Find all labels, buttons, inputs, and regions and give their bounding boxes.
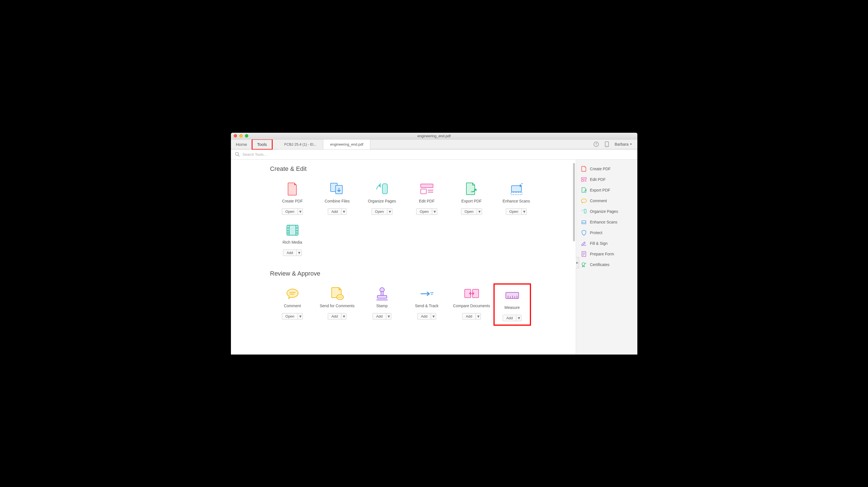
nav-home[interactable]: Home <box>231 140 252 149</box>
svg-rect-8 <box>382 184 388 194</box>
svg-rect-31 <box>381 292 383 296</box>
sidebar-item-create-pdf[interactable]: Create PDF <box>576 163 638 174</box>
tool-action-button[interactable]: Open ▾ <box>461 208 482 215</box>
section-title-review-approve: Review & Approve <box>270 270 576 277</box>
chevron-down-icon[interactable]: ▾ <box>341 209 346 214</box>
svg-rect-14 <box>511 192 522 195</box>
tool-action-button[interactable]: Open ▾ <box>371 208 393 215</box>
tool-compare-documents[interactable]: Compare Documents Add ▾ <box>449 284 494 325</box>
tool-create-pdf[interactable]: Create PDF Open ▾ <box>270 179 315 220</box>
tool-action-button[interactable]: Add ▾ <box>328 208 346 215</box>
search-bar <box>231 150 638 160</box>
sidebar-item-organize-pages[interactable]: Organize Pages <box>576 206 638 217</box>
tool-action-button[interactable]: Add ▾ <box>503 315 522 321</box>
chevron-down-icon[interactable]: ▾ <box>477 209 482 214</box>
scrollbar-thumb[interactable] <box>573 163 575 241</box>
tool-label: Export PDF <box>461 199 482 205</box>
tool-label: Send & Track <box>415 304 438 309</box>
chevron-down-icon[interactable]: ▾ <box>386 313 391 319</box>
chevron-down-icon[interactable]: ▾ <box>297 250 302 256</box>
action-label: Add <box>417 313 431 319</box>
chevron-down-icon[interactable]: ▾ <box>475 313 480 319</box>
sidebar-label: Comment <box>590 199 607 203</box>
comment-icon <box>286 286 299 302</box>
nav-tools[interactable]: Tools <box>252 140 272 149</box>
prepare-form-icon <box>581 251 587 257</box>
sidebar-label: Protect <box>590 231 602 235</box>
svg-rect-46 <box>581 178 586 179</box>
enhance-scans-icon <box>581 219 587 225</box>
window-title: engineering_end.pdf <box>231 134 638 138</box>
tool-organize-pages[interactable]: Organize Pages Open ▾ <box>360 179 404 220</box>
tool-action-button[interactable]: Open ▾ <box>282 208 303 215</box>
tool-label: Stamp <box>376 304 388 309</box>
tool-action-button[interactable]: Add ▾ <box>373 313 391 319</box>
action-label: Add <box>462 313 475 319</box>
tool-action-button[interactable]: Add ▾ <box>462 313 481 319</box>
user-menu[interactable]: Barbara ▼ <box>615 142 632 147</box>
chevron-down-icon[interactable]: ▾ <box>298 209 303 214</box>
action-label: Open <box>282 313 298 319</box>
tool-label: Edit PDF <box>419 199 434 205</box>
user-name: Barbara <box>615 142 629 147</box>
chevron-down-icon: ▼ <box>630 143 632 146</box>
sidebar-item-prepare-form[interactable]: Prepare Form <box>576 249 638 259</box>
chevron-down-icon[interactable]: ▾ <box>431 313 436 319</box>
tool-action-button[interactable]: Open ▾ <box>282 313 303 319</box>
tool-enhance-scans[interactable]: Enhance Scans Open ▾ <box>494 179 539 220</box>
tool-action-button[interactable]: Add ▾ <box>283 249 302 256</box>
sidebar-item-fill-sign[interactable]: Fill & Sign <box>576 238 638 249</box>
sidebar-item-edit-pdf[interactable]: Edit PDF <box>576 174 638 185</box>
send-for-comments-icon <box>330 286 345 302</box>
tool-action-button[interactable]: Add ▾ <box>328 313 346 319</box>
svg-rect-51 <box>582 221 586 223</box>
send-track-icon <box>420 286 434 302</box>
tool-label: Rich Media <box>282 240 302 246</box>
chevron-down-icon[interactable]: ▾ <box>432 209 437 214</box>
document-tab-1[interactable]: engineering_end.pdf <box>323 140 370 149</box>
tool-label: Combine Files <box>325 199 350 205</box>
tool-combine-files[interactable]: Combine Files Add ▾ <box>315 179 360 220</box>
chevron-down-icon[interactable]: ▾ <box>516 315 521 321</box>
svg-point-35 <box>431 292 432 293</box>
tool-stamp[interactable]: Stamp Add ▾ <box>360 284 404 325</box>
sidebar-label: Create PDF <box>590 166 611 171</box>
mobile-icon[interactable] <box>604 142 610 147</box>
sidebar-label: Export PDF <box>590 188 610 192</box>
search-input[interactable] <box>243 152 633 156</box>
tool-label: Comment <box>284 304 301 309</box>
tool-edit-pdf[interactable]: Edit PDF Open ▾ <box>404 179 449 220</box>
tool-action-button[interactable]: Add ▾ <box>417 313 436 319</box>
sidebar-item-enhance-scans[interactable]: Enhance Scans <box>576 217 638 227</box>
tool-send-for-comments[interactable]: Send for Comments Add ▾ <box>315 284 360 325</box>
compare-documents-icon <box>464 286 479 302</box>
sidebar-item-certificates[interactable]: Certificates <box>576 259 638 270</box>
sidebar-item-comment[interactable]: Comment <box>576 195 638 206</box>
chevron-down-icon[interactable]: ▾ <box>341 313 346 319</box>
help-icon[interactable]: ? <box>593 142 599 147</box>
svg-rect-50 <box>584 209 586 213</box>
tool-action-button[interactable]: Open ▾ <box>506 208 527 215</box>
tool-action-button[interactable]: Open ▾ <box>416 208 437 215</box>
collapse-sidebar-button[interactable]: ▶ <box>576 257 579 268</box>
chevron-down-icon[interactable]: ▾ <box>298 313 303 319</box>
tool-rich-media[interactable]: Rich Media Add ▾ <box>270 220 315 262</box>
tool-measure[interactable]: Measure Add ▾ <box>494 284 530 325</box>
tool-label: Compare Documents <box>453 304 490 309</box>
chevron-down-icon[interactable]: ▾ <box>522 209 527 214</box>
section-review-approve: Review & Approve Comment Open ▾ <box>231 264 576 328</box>
right-sidebar: ▶ Create PDF Edit PDF Export PDF Comment… <box>576 160 638 355</box>
svg-point-29 <box>341 297 342 297</box>
document-tab-0[interactable]: FCBJ 25.4 (1) - El... <box>278 140 323 149</box>
protect-icon <box>581 230 587 236</box>
action-label: Open <box>372 209 388 214</box>
sidebar-item-protect[interactable]: Protect <box>576 227 638 238</box>
section-title-create-edit: Create & Edit <box>270 165 576 173</box>
chevron-down-icon[interactable]: ▾ <box>387 209 392 214</box>
tool-send-track[interactable]: Send & Track Add ▾ <box>404 284 449 325</box>
tool-comment[interactable]: Comment Open ▾ <box>270 284 315 325</box>
action-label: Open <box>506 209 522 214</box>
tool-export-pdf[interactable]: Export PDF Open ▾ <box>449 179 494 220</box>
tool-label: Send for Comments <box>320 304 354 309</box>
sidebar-item-export-pdf[interactable]: Export PDF <box>576 185 638 195</box>
